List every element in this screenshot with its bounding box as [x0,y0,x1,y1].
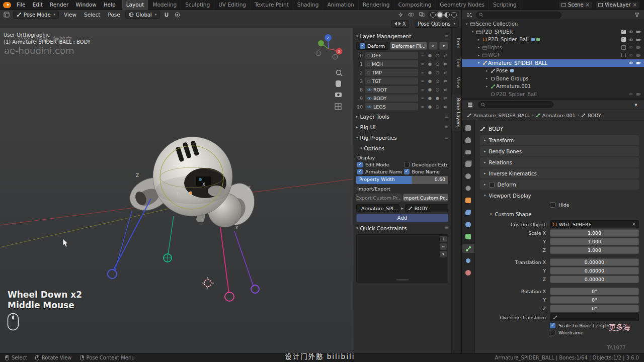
eye-icon[interactable] [367,88,372,92]
outliner-row-armature-data[interactable]: ▸ Armature.001 [462,82,644,90]
add-button[interactable]: Add [356,214,448,222]
drag-handle-icon[interactable]: ≡ [444,135,448,140]
list-resize-grip[interactable] [396,279,409,281]
move-layer-icon[interactable]: ⇄ [442,60,448,67]
wireframe-checkbox[interactable] [550,330,555,335]
menu-select[interactable]: Select [82,12,103,18]
shading-solid-icon[interactable] [437,12,443,18]
property-width-slider[interactable]: Property Width 0.60 [356,176,448,184]
move-layer-icon[interactable]: ⇄ [442,103,448,110]
proportional-editing-icon[interactable] [173,11,181,19]
filter-icon[interactable]: ▾ [439,42,448,50]
navigation-gizmo[interactable]: Z X [316,34,343,59]
deform-checkbox[interactable] [360,43,365,49]
toggle-ortho-icon[interactable] [335,104,341,110]
chevron-down-icon[interactable]: ▾ [440,251,447,257]
camera-icon[interactable] [636,30,641,34]
tab-material[interactable] [462,268,474,277]
quick-constraints-list[interactable]: + ≡ ▾ [356,234,448,283]
edit-mode-checkbox[interactable] [357,162,363,167]
workspace-tab-scripting[interactable]: Scripting [489,0,521,10]
pose-options-dropdown[interactable]: Pose Options [415,20,459,28]
link-icon[interactable]: ∞ [419,60,426,67]
outliner-row-spider-ball-object[interactable]: ▸ P2D_Spider_Ball [462,36,644,44]
breadcrumb-data[interactable]: Armature.001 [542,113,576,118]
translation-y-field[interactable]: 0.00000 [550,267,639,275]
link-icon[interactable]: ∞ [419,52,426,59]
menu-render[interactable]: Render [46,0,72,10]
sidebar-tab-tool[interactable]: Tool [452,55,461,71]
exclude-checkbox[interactable] [621,45,626,50]
outliner-row-pose[interactable]: ▸ Pose [462,67,644,75]
shading-wireframe-icon[interactable] [430,12,436,18]
eye-icon[interactable] [367,97,372,100]
move-layer-icon[interactable]: ⇄ [442,52,448,59]
layer-hidden-icon[interactable]: ○ [367,79,370,83]
layer-name-button[interactable]: ○MCH [365,60,418,67]
blender-logo-icon[interactable] [3,2,11,8]
show-gizmo-icon[interactable] [396,11,405,19]
outliner-row-armature-spider-ball[interactable]: ▾ Armature_SPIDER_BALL [462,59,644,67]
transform-orientation-dropdown[interactable]: Global [125,11,160,19]
drag-handle-icon[interactable]: ≡ [444,226,448,231]
tab-bone-constraints[interactable] [462,256,474,265]
outliner-filter-icon[interactable] [633,11,641,19]
outliner-row-wgt[interactable]: ▸ WGT [462,51,644,59]
bone-selector[interactable]: BODY [405,204,448,212]
layer-name-button[interactable]: ○TMP [365,69,418,76]
link-icon[interactable]: ∞ [419,103,426,110]
xray-toggle-icon[interactable] [418,11,426,19]
move-layer-icon[interactable]: ⇄ [442,95,448,102]
eye-icon[interactable] [628,92,633,96]
export-custom-properties-button[interactable]: Export Custom Pr... [356,194,401,202]
move-layer-icon[interactable]: ⇄ [442,86,448,93]
workspace-tab-compositing[interactable]: Compositing [394,0,436,10]
workspace-tab-animation[interactable]: Animation [323,0,359,10]
menu-pose[interactable]: Pose [105,12,122,18]
armature-selector[interactable]: Armature_SPI... [356,204,399,212]
disclosure-icon[interactable]: ▸ [476,45,481,49]
tab-output[interactable] [462,148,474,156]
pan-hand-icon[interactable] [336,80,341,87]
scale-y-field[interactable]: 1.000 [550,238,639,245]
layer-hidden-icon[interactable]: ○ [367,70,370,75]
tab-physics[interactable] [462,220,474,229]
outliner-row-bone-groups[interactable]: ▸ Bone Groups [462,75,644,83]
disclosure-icon[interactable]: ▸ [476,38,481,42]
constraint-menu-icon[interactable]: ≡ [440,243,447,250]
workspace-tab-shading[interactable]: Shading [293,0,324,10]
spider-ball-robot[interactable] [124,137,259,229]
workspace-tab-modeling[interactable]: Modeling [148,0,181,10]
panel-rig-properties[interactable]: Rig Properties ≡ [356,133,448,142]
tab-world[interactable] [462,184,474,193]
workspace-tab-texture-paint[interactable]: Texture Paint [251,0,293,10]
hide-option[interactable]: Hide [550,202,639,208]
layer-hidden-icon[interactable]: ○ [367,53,370,58]
panel-layer-tools[interactable]: Layer Tools ≡ [356,112,448,121]
select-dot-icon[interactable]: ● [434,95,441,102]
clear-custom-object-icon[interactable]: × [632,222,636,227]
solo-dot-icon[interactable]: ● [427,60,433,67]
edit-mode-option[interactable]: Edit Mode [357,162,402,167]
breadcrumb-object[interactable]: Armature_SPIDER_BALL [473,113,530,118]
scale-to-bone-length-checkbox[interactable] [550,323,555,328]
scale-x-field[interactable]: 1.000 [550,229,639,237]
eye-icon[interactable] [628,45,633,49]
workspace-tab-uv-editing[interactable]: UV Editing [214,0,251,10]
custom-object-field[interactable]: WGT_SPHERE × [550,220,639,228]
scale-z-field[interactable]: 1.000 [550,246,639,254]
deformer-filter-button[interactable]: Deformer Fil... [390,42,427,50]
tab-render[interactable] [462,136,474,144]
mode-dropdown[interactable]: Pose Mode [13,11,59,19]
exclude-checkbox[interactable] [621,30,626,34]
layer-name-button[interactable]: ○TGT [365,77,418,84]
hide-checkbox[interactable] [550,202,555,208]
outliner-row-scene-collection[interactable]: ▾ Scene Collection [462,20,644,28]
solo-dot-icon[interactable]: ● [427,69,433,76]
eye-icon[interactable] [628,38,633,42]
viewlayer-unlink-icon[interactable]: × [633,3,637,8]
shading-material-icon[interactable] [444,12,450,18]
eye-icon[interactable] [628,30,633,34]
section-custom-shape[interactable]: Custom Shape [486,209,639,219]
camera-icon[interactable] [636,61,641,65]
